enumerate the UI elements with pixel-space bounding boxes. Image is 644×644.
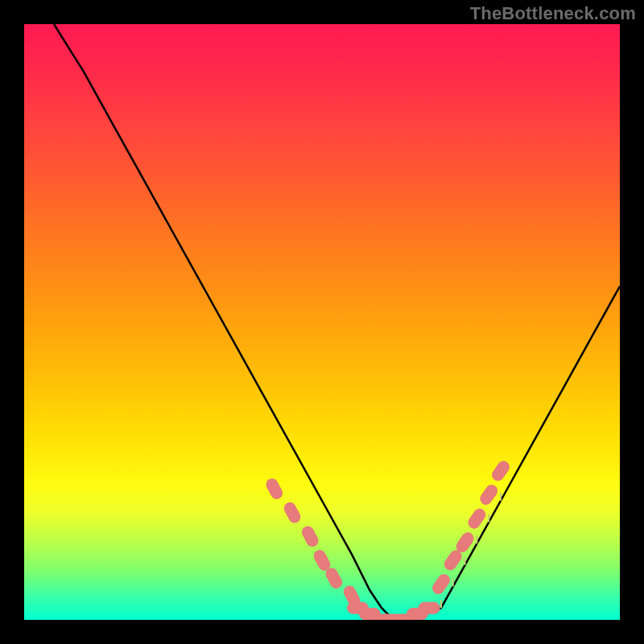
svg-rect-0 xyxy=(265,477,285,501)
svg-rect-18 xyxy=(490,459,511,482)
watermark-text: TheBottleneck.com xyxy=(470,3,636,24)
marker xyxy=(431,572,452,596)
marker xyxy=(478,483,499,506)
highlight-markers xyxy=(265,459,512,620)
svg-rect-2 xyxy=(300,525,320,549)
marker xyxy=(466,507,487,530)
marker xyxy=(490,459,511,482)
marker xyxy=(265,477,285,501)
marker xyxy=(419,602,440,613)
marker xyxy=(283,501,303,525)
bottleneck-curve xyxy=(54,24,620,620)
curve-layer xyxy=(24,24,620,620)
svg-rect-13 xyxy=(431,572,452,596)
svg-rect-16 xyxy=(466,507,487,530)
svg-rect-1 xyxy=(283,501,303,525)
svg-rect-17 xyxy=(478,483,499,506)
chart-frame: TheBottleneck.com xyxy=(0,0,644,644)
marker xyxy=(300,525,320,549)
svg-rect-12 xyxy=(419,602,440,613)
plot-area xyxy=(24,24,620,620)
